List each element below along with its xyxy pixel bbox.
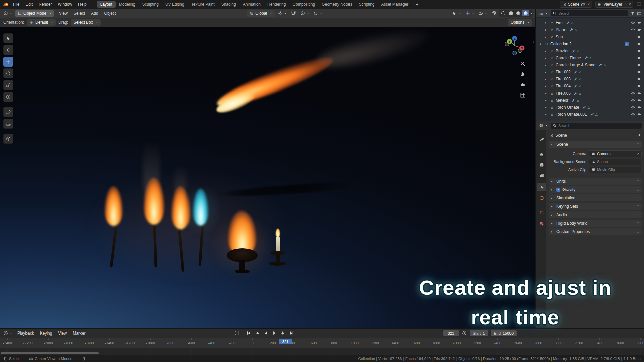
- gizmos-dropdown[interactable]: [464, 10, 475, 16]
- disable-render-icon[interactable]: [637, 70, 641, 74]
- outliner-item-label[interactable]: Fire.003: [556, 77, 571, 81]
- hide-eye-icon[interactable]: [631, 28, 635, 32]
- outliner-search[interactable]: [551, 10, 628, 16]
- outliner-search-input[interactable]: [558, 11, 626, 15]
- disable-render-icon[interactable]: [637, 112, 641, 116]
- hide-eye-icon[interactable]: [631, 98, 635, 102]
- workspace-tab[interactable]: Modeling: [116, 1, 139, 8]
- disable-render-icon[interactable]: [637, 49, 641, 53]
- disable-render-icon[interactable]: [637, 105, 641, 109]
- disclosure-arrow[interactable]: ▸: [545, 113, 548, 116]
- scene-selector[interactable]: Scene ×: [560, 1, 592, 8]
- disclosure-arrow[interactable]: ▸: [545, 70, 548, 74]
- selectability-dropdown[interactable]: [451, 10, 462, 16]
- sidebar-toggle[interactable]: ‹: [533, 39, 534, 45]
- workspace-tab[interactable]: Layout: [97, 1, 116, 8]
- panel-section[interactable]: ▸ ✓ Simulation ::::: [549, 194, 642, 201]
- screen-layout-icon[interactable]: [637, 2, 641, 7]
- outliner-item[interactable]: ▸ △ Fire.004 △ ✓: [536, 82, 644, 89]
- background-scene-field[interactable]: Scene: [589, 159, 642, 165]
- outliner-item[interactable]: ▸ △ Torch Ornate △ ✓: [536, 104, 644, 111]
- disable-render-icon[interactable]: [637, 42, 641, 46]
- tool-transform[interactable]: [3, 92, 13, 102]
- outliner-item[interactable]: ▸ △ Brazier △ ✓: [536, 47, 644, 54]
- panel-section[interactable]: ▸ ✓ Custom Properties ::::: [549, 228, 642, 235]
- disclosure-arrow[interactable]: ▸: [545, 49, 548, 53]
- orientation-dropdown[interactable]: Default: [27, 19, 56, 26]
- workspace-tab[interactable]: Shading: [218, 1, 239, 8]
- shading-material-button[interactable]: [515, 10, 522, 16]
- timeline-scrollbar[interactable]: [1, 352, 99, 354]
- outliner-item-label[interactable]: Fire: [556, 20, 563, 25]
- outliner-item-label[interactable]: Torch Ornate.001: [556, 112, 587, 117]
- outliner-item-label[interactable]: Candle Flame: [556, 56, 581, 60]
- snap-toggle[interactable]: [290, 10, 297, 16]
- disclosure-arrow[interactable]: ▸: [545, 84, 548, 88]
- viewport-menu-item[interactable]: Select: [71, 10, 88, 17]
- outliner-item[interactable]: ▸ △ Fire △ ✓: [536, 19, 644, 26]
- proportional-editing-toggle[interactable]: [312, 10, 323, 16]
- editor-type-button[interactable]: [2, 330, 13, 336]
- pin-icon[interactable]: [637, 133, 641, 137]
- workspace-tab[interactable]: Texture Paint: [188, 1, 218, 8]
- outliner-item[interactable]: ▾ □ Collection 2 △ ✓: [536, 40, 644, 47]
- disclosure-arrow[interactable]: ▸: [545, 92, 548, 95]
- tab-world-properties[interactable]: [537, 194, 546, 202]
- tool-scale[interactable]: [3, 80, 13, 90]
- outliner-item-label[interactable]: Fire.005: [556, 91, 571, 96]
- shading-solid-button[interactable]: [507, 10, 515, 16]
- editor-type-button[interactable]: [2, 10, 13, 16]
- disable-render-icon[interactable]: [637, 91, 641, 95]
- disable-render-icon[interactable]: [637, 77, 641, 81]
- timeline-ruler[interactable]: -2400-2200-2000-1800-1600-1400-1200-1000…: [0, 338, 644, 348]
- tool-add-cube[interactable]: [3, 134, 13, 144]
- auto-keying-toggle[interactable]: [235, 331, 239, 335]
- disable-render-icon[interactable]: [637, 21, 641, 25]
- outliner-item[interactable]: ▸ △ Fire.002 △ ✓: [536, 68, 644, 75]
- tool-tweak-select[interactable]: [3, 33, 13, 43]
- disclosure-arrow[interactable]: ▸: [545, 21, 548, 24]
- panel-section[interactable]: ▸ ✓ Units ::::: [549, 178, 642, 185]
- topbar-menu-item[interactable]: Help: [75, 1, 90, 8]
- play-reverse-button[interactable]: [262, 330, 269, 336]
- disclosure-arrow[interactable]: ▸: [545, 56, 548, 60]
- tab-scene-properties[interactable]: [537, 183, 546, 191]
- disclosure-arrow[interactable]: ▸: [545, 106, 548, 109]
- playhead-frame-badge[interactable]: 321: [279, 339, 292, 344]
- outliner-item[interactable]: ▸ △ Candle Flame △ ✓: [536, 54, 644, 61]
- outliner-item-label[interactable]: Meteor: [556, 98, 568, 103]
- viewport-menu-item[interactable]: Object: [101, 10, 119, 17]
- hide-eye-icon[interactable]: [631, 77, 635, 81]
- hide-eye-icon[interactable]: [631, 84, 635, 88]
- viewport-menu-item[interactable]: View: [56, 10, 71, 17]
- panel-section[interactable]: ▸ ✓ Keying Sets ::::: [549, 203, 642, 210]
- editor-type-button[interactable]: [538, 10, 549, 16]
- blender-logo-icon[interactable]: [3, 1, 9, 7]
- outliner-item-label[interactable]: Fire.002: [556, 70, 571, 74]
- shading-rendered-button[interactable]: [522, 10, 529, 16]
- tab-view-layer-properties[interactable]: [537, 172, 546, 180]
- hide-eye-icon[interactable]: [631, 91, 635, 95]
- options-dropdown[interactable]: Options: [508, 19, 532, 26]
- viewlayer-selector[interactable]: ViewLayer + ×: [595, 1, 633, 8]
- drag-handle-icon[interactable]: ::::: [634, 230, 639, 233]
- disclosure-arrow[interactable]: ▸: [545, 63, 548, 67]
- tool-rotate[interactable]: [3, 68, 13, 78]
- workspace-tab[interactable]: Scripting: [356, 1, 378, 8]
- camera-view-icon[interactable]: [520, 82, 526, 87]
- unlink-scene-button[interactable]: ×: [587, 2, 590, 7]
- drag-handle-icon[interactable]: ::::: [634, 188, 639, 191]
- outliner-item-label[interactable]: Brazier: [556, 49, 569, 53]
- disable-render-icon[interactable]: [637, 84, 641, 88]
- workspace-tab[interactable]: Sculpting: [139, 1, 162, 8]
- disclosure-arrow[interactable]: ▸: [545, 35, 548, 39]
- hide-eye-icon[interactable]: [631, 63, 635, 67]
- pivot-point-dropdown[interactable]: [277, 10, 288, 16]
- disable-render-icon[interactable]: [637, 28, 641, 32]
- filter-icon[interactable]: [630, 11, 635, 16]
- clear-camera-button[interactable]: ×: [637, 152, 639, 156]
- disable-render-icon[interactable]: [637, 56, 641, 60]
- disclosure-arrow[interactable]: ▸: [545, 77, 548, 81]
- outliner-item[interactable]: ▸ ☀ Sun △ ✓: [536, 33, 644, 40]
- editor-type-button[interactable]: [538, 123, 549, 129]
